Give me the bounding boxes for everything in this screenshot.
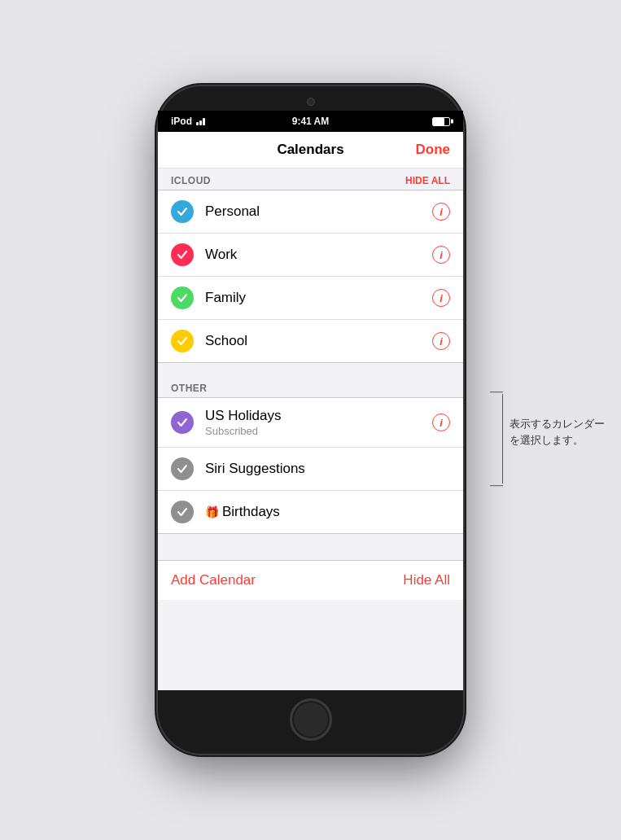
family-info-button[interactable]: i (432, 289, 450, 307)
other-calendar-list: US Holidays Subscribed i Siri Suggestion… (158, 397, 463, 534)
icloud-calendar-list: Personal i Work i (158, 190, 463, 363)
home-button[interactable] (290, 698, 332, 741)
birthdays-label-area: 🎁Birthdays (205, 504, 450, 520)
siri-check (171, 457, 194, 480)
work-check (171, 243, 194, 266)
birthdays-check (171, 501, 194, 523)
icloud-section-header: ICLOUD HIDE ALL (158, 168, 463, 190)
device: iPod 9:41 AM Calendars Done ICLOUD HIDE … (158, 86, 463, 754)
siri-label-area: Siri Suggestions (205, 461, 450, 477)
list-item[interactable]: School i (158, 320, 463, 362)
bracket-vertical-line (502, 394, 503, 483)
family-label: Family (205, 290, 432, 306)
content-area: ICLOUD HIDE ALL Personal i (158, 168, 463, 690)
personal-label-area: Personal (205, 203, 432, 220)
personal-label: Personal (205, 203, 432, 220)
annotation-text-line1: 表示するカレンダー (509, 416, 605, 432)
section-gap (158, 363, 463, 376)
wifi-icon (196, 118, 205, 125)
family-check (171, 287, 194, 309)
work-label: Work (205, 247, 432, 263)
gift-icon: 🎁 (205, 505, 219, 518)
personal-info-button[interactable]: i (432, 203, 450, 221)
us-holidays-label: US Holidays (205, 408, 432, 424)
us-holidays-check (171, 411, 194, 434)
us-holidays-sublabel: Subscribed (205, 425, 432, 437)
list-item[interactable]: Personal i (158, 190, 463, 234)
section-gap-bottom2 (158, 547, 463, 560)
list-item[interactable]: 🎁Birthdays (158, 491, 463, 533)
section-gap-bottom (158, 534, 463, 547)
us-holidays-label-area: US Holidays Subscribed (205, 408, 432, 437)
front-camera (307, 98, 315, 106)
list-item[interactable]: Family i (158, 277, 463, 320)
other-section-header: OTHER (158, 376, 463, 397)
school-check (171, 330, 194, 352)
add-calendar-button[interactable]: Add Calendar (171, 572, 256, 588)
annotation: 表示するカレンダー を選択します。 (490, 392, 605, 486)
page-title: Calendars (277, 142, 343, 158)
battery-icon (432, 117, 450, 126)
icloud-section-label: ICLOUD (171, 175, 211, 186)
list-item[interactable]: Work i (158, 234, 463, 277)
annotation-bracket (490, 392, 503, 486)
done-button[interactable]: Done (416, 142, 451, 158)
work-label-area: Work (205, 247, 432, 263)
annotation-text-line2: を選択します。 (509, 432, 605, 448)
school-label-area: School (205, 333, 432, 349)
time-display: 9:41 AM (292, 116, 330, 127)
siri-label: Siri Suggestions (205, 461, 450, 477)
icloud-hide-all-button[interactable]: HIDE ALL (405, 175, 450, 186)
bracket-top-line (490, 392, 503, 392)
nav-bar: Calendars Done (158, 132, 463, 168)
family-label-area: Family (205, 290, 432, 306)
battery-area (432, 117, 450, 126)
work-info-button[interactable]: i (432, 246, 450, 264)
list-item[interactable]: Siri Suggestions (158, 448, 463, 491)
status-bar: iPod 9:41 AM (158, 111, 463, 132)
school-info-button[interactable]: i (432, 332, 450, 350)
list-item[interactable]: US Holidays Subscribed i (158, 398, 463, 448)
birthdays-label: 🎁Birthdays (205, 504, 450, 520)
hide-all-button[interactable]: Hide All (403, 572, 450, 588)
school-label: School (205, 333, 432, 349)
screen: Calendars Done ICLOUD HIDE ALL (158, 132, 463, 690)
bottom-bar: Add Calendar Hide All (158, 560, 463, 600)
personal-check (171, 200, 194, 223)
bracket-bottom-line (490, 485, 503, 486)
device-model-label: iPod (171, 116, 192, 127)
other-section-label: OTHER (171, 383, 208, 394)
us-holidays-info-button[interactable]: i (432, 413, 450, 431)
